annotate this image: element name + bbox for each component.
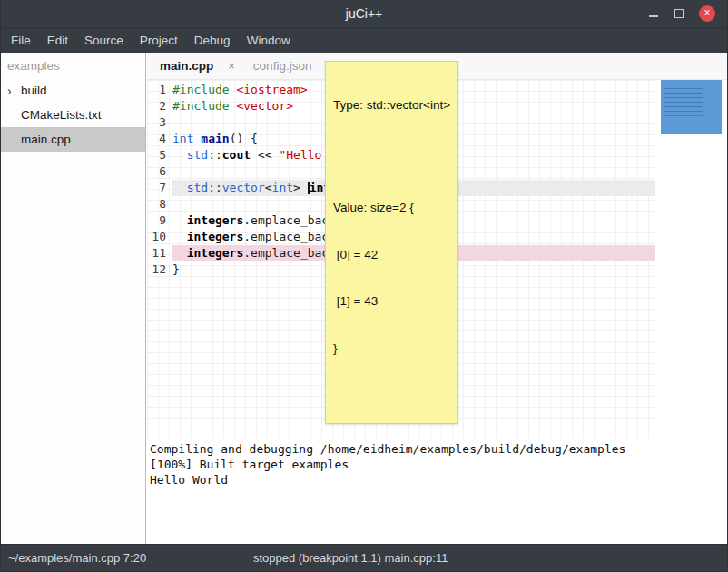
menu-project[interactable]: Project bbox=[132, 28, 186, 53]
file-explorer: examples › build CMakeLists.txt main.cpp bbox=[1, 53, 146, 545]
line-number[interactable]: 7 bbox=[147, 180, 172, 196]
menu-debug[interactable]: Debug bbox=[186, 28, 239, 53]
output-terminal[interactable]: Compiling and debugging /home/eidheim/ex… bbox=[147, 439, 727, 545]
code-token-pl bbox=[172, 181, 187, 194]
code-token-pl: << bbox=[251, 148, 279, 162]
code-token-pre: #include bbox=[172, 83, 236, 96]
source-map[interactable] bbox=[655, 80, 728, 439]
jucipp-window: juCi++ × File Edit Source Project Debug … bbox=[0, 0, 728, 572]
line-number[interactable]: 11 bbox=[147, 245, 172, 261]
line-number[interactable]: 9 bbox=[147, 212, 172, 229]
code-token-kw: int bbox=[172, 132, 193, 145]
code-token-kw: int bbox=[272, 181, 293, 194]
chevron-right-icon[interactable]: › bbox=[7, 84, 21, 98]
menubar: File Edit Source Project Debug Window bbox=[1, 27, 727, 53]
tree-item-cmakelists[interactable]: CMakeLists.txt bbox=[1, 103, 145, 127]
titlebar[interactable]: juCi++ × bbox=[1, 0, 727, 27]
code-token-inc: <iostream> bbox=[236, 83, 307, 96]
tree-item-label: main.cpp bbox=[21, 133, 71, 146]
line-number[interactable]: 10 bbox=[147, 229, 172, 245]
code-token-pl bbox=[172, 246, 187, 260]
project-folder-name: examples bbox=[1, 53, 145, 78]
source-map-viewport[interactable] bbox=[661, 80, 722, 134]
code-token-var: integers bbox=[187, 213, 244, 227]
menu-file[interactable]: File bbox=[3, 28, 39, 53]
tab-label: config.json bbox=[253, 59, 312, 73]
code-token-ty: vector bbox=[222, 181, 265, 194]
window-controls: × bbox=[648, 5, 727, 22]
tooltip-value-line: } bbox=[333, 340, 450, 357]
menu-window[interactable]: Window bbox=[239, 28, 299, 53]
code-token-ns: std bbox=[187, 148, 208, 162]
line-number[interactable]: 5 bbox=[147, 147, 172, 163]
code-token-fn: main bbox=[201, 132, 229, 145]
code-token-var: integers bbox=[187, 246, 244, 260]
code-token-var: integers bbox=[187, 230, 244, 243]
terminal-line: Hello World bbox=[150, 472, 724, 488]
status-debug-state: stopped (breakpoint 1.1) main.cpp:11 bbox=[253, 551, 448, 565]
menu-source[interactable]: Source bbox=[76, 28, 132, 53]
tree-item-label: build bbox=[21, 84, 47, 97]
terminal-line: [100%] Built target examples bbox=[150, 457, 724, 472]
line-number[interactable]: 12 bbox=[147, 261, 172, 278]
menu-edit[interactable]: Edit bbox=[39, 28, 76, 53]
line-number[interactable]: 4 bbox=[147, 131, 172, 147]
code-token-pre: #include bbox=[172, 99, 236, 113]
terminal-line: Compiling and debugging /home/eidheim/ex… bbox=[150, 441, 724, 457]
restore-icon[interactable] bbox=[674, 9, 684, 18]
code-token-pl bbox=[172, 230, 187, 243]
code-token-pl: :: bbox=[208, 148, 222, 162]
tab-close-icon[interactable]: × bbox=[228, 59, 235, 73]
window-title: juCi++ bbox=[1, 6, 727, 21]
line-number[interactable]: 2 bbox=[147, 98, 172, 114]
line-number[interactable]: 8 bbox=[147, 196, 172, 212]
code-token-pl: :: bbox=[208, 181, 222, 194]
close-icon[interactable]: × bbox=[699, 5, 715, 22]
tab-main-cpp[interactable]: main.cpp × bbox=[151, 53, 244, 80]
tab-label: main.cpp bbox=[160, 59, 213, 73]
code-token-pl: () { bbox=[230, 132, 258, 145]
line-number[interactable]: 3 bbox=[147, 114, 172, 131]
tree-item-maincpp[interactable]: main.cpp bbox=[1, 127, 145, 152]
line-number[interactable]: 6 bbox=[147, 163, 172, 180]
code-token-pl: < bbox=[265, 181, 272, 194]
code-token-pl bbox=[172, 148, 187, 162]
tooltip-type-line: Type: std::vector<int> bbox=[333, 97, 450, 113]
tree-item-build[interactable]: › build bbox=[1, 78, 145, 103]
tooltip-value-line: [0] = 42 bbox=[333, 247, 450, 263]
code-token-ns: std bbox=[187, 181, 208, 194]
minimize-icon[interactable] bbox=[648, 7, 659, 20]
code-token-pl: } bbox=[172, 262, 180, 276]
tooltip-value-block: Value: size=2 { [0] = 42 [1] = 43 } bbox=[333, 169, 450, 387]
status-file-position: ~/examples/main.cpp 7:20 bbox=[8, 551, 146, 565]
tree-item-label: CMakeLists.txt bbox=[21, 108, 102, 122]
code-token-inc: <vector> bbox=[236, 99, 293, 113]
tooltip-value-line: Value: size=2 { bbox=[333, 200, 450, 216]
tooltip-value-line: [1] = 43 bbox=[333, 293, 450, 310]
debug-value-tooltip: Type: std::vector<int> Value: size=2 { [… bbox=[325, 61, 458, 424]
code-token-pl bbox=[172, 213, 187, 227]
line-number[interactable]: 1 bbox=[147, 82, 172, 98]
statusbar: ~/examples/main.cpp 7:20 stopped (breakp… bbox=[1, 544, 727, 571]
code-token-var: cout bbox=[222, 148, 251, 162]
code-token-pl: > bbox=[293, 181, 308, 194]
